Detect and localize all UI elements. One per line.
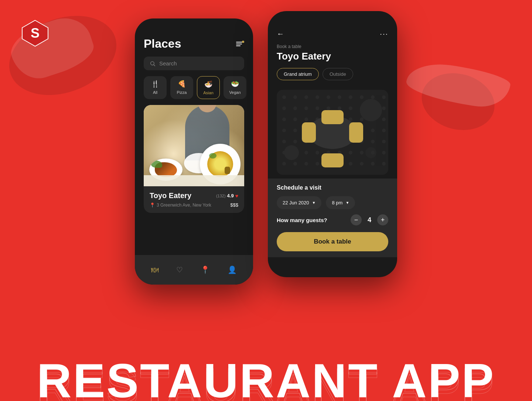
svg-point-40 bbox=[293, 140, 297, 143]
location-text: 3 Greenwich Ave, New York bbox=[157, 203, 211, 208]
svg-point-29 bbox=[360, 118, 364, 121]
svg-point-45 bbox=[382, 140, 386, 143]
svg-point-63 bbox=[360, 162, 364, 166]
svg-point-62 bbox=[349, 162, 352, 166]
asian-icon: 🍜 bbox=[204, 80, 212, 88]
restaurant-name: Toyo Eatery bbox=[150, 191, 191, 200]
guests-count: 4 bbox=[368, 216, 371, 224]
svg-point-31 bbox=[382, 118, 386, 121]
date-value: 22 Jun 2020 bbox=[283, 200, 309, 205]
increment-guests-button[interactable]: + bbox=[377, 214, 388, 225]
svg-point-52 bbox=[349, 151, 352, 154]
svg-point-13 bbox=[382, 95, 386, 99]
rating-area: (132) 4.9 ♥ bbox=[216, 193, 238, 199]
svg-point-49 bbox=[316, 151, 319, 154]
svg-text:S: S bbox=[31, 26, 40, 41]
vegan-icon: 🥗 bbox=[231, 80, 239, 88]
section-tabs: Grand atrium Outside bbox=[268, 68, 397, 86]
svg-point-5 bbox=[293, 95, 297, 99]
location-nav-icon: 📍 bbox=[201, 265, 210, 274]
location-pin-icon: 📍 bbox=[150, 203, 155, 208]
tab-grand-atrium[interactable]: Grand atrium bbox=[277, 68, 319, 80]
svg-point-56 bbox=[282, 162, 286, 166]
price-tag: $$$ bbox=[230, 202, 238, 208]
svg-rect-72 bbox=[302, 122, 316, 143]
guests-row: How many guests? − 4 + bbox=[277, 214, 388, 225]
svg-point-18 bbox=[327, 106, 330, 110]
date-dropdown-icon: ▼ bbox=[312, 201, 316, 205]
restaurant-card[interactable]: Toyo Eatery (132) 4.9 ♥ 📍 3 Greenwich Av… bbox=[144, 105, 244, 213]
svg-point-25 bbox=[293, 118, 297, 121]
home-icon: 🍽 bbox=[151, 266, 158, 274]
svg-point-12 bbox=[371, 95, 375, 99]
svg-rect-71 bbox=[321, 153, 344, 167]
svg-point-66 bbox=[360, 99, 382, 121]
bottom-title-wrapper: RESTAURANT APP bbox=[0, 301, 532, 401]
svg-point-4 bbox=[282, 95, 286, 99]
category-pizza-label: Pizza bbox=[177, 90, 187, 95]
categories-row: 🍴 All 🍕 Pizza 🍜 Asian 🥗 Vegan bbox=[135, 76, 253, 105]
svg-point-17 bbox=[316, 106, 319, 110]
search-icon bbox=[150, 61, 156, 67]
filter-icon[interactable] bbox=[236, 42, 244, 46]
svg-point-16 bbox=[304, 106, 308, 110]
nav-favorites[interactable]: ♡ bbox=[173, 262, 186, 277]
back-button[interactable]: ← bbox=[277, 30, 284, 38]
category-pizza[interactable]: 🍕 Pizza bbox=[170, 76, 193, 99]
heart-icon[interactable]: ♥ bbox=[235, 193, 238, 199]
logo: S bbox=[20, 18, 50, 50]
svg-point-7 bbox=[316, 95, 319, 99]
phone-1-places: Places Search 🍴 bbox=[135, 18, 253, 285]
svg-point-32 bbox=[282, 129, 286, 132]
svg-point-6 bbox=[304, 95, 308, 99]
search-bar[interactable]: Search bbox=[144, 57, 244, 70]
category-asian[interactable]: 🍜 Asian bbox=[197, 76, 220, 99]
tab-outside-label: Outside bbox=[330, 71, 346, 77]
category-asian-label: Asian bbox=[203, 91, 214, 95]
nav-location[interactable]: 📍 bbox=[198, 262, 213, 277]
table-visualization bbox=[277, 90, 388, 175]
svg-point-44 bbox=[371, 140, 375, 143]
time-value: 8 pm bbox=[332, 200, 342, 205]
svg-point-14 bbox=[282, 106, 286, 110]
tab-grand-atrium-label: Grand atrium bbox=[284, 71, 312, 77]
svg-point-68 bbox=[365, 147, 376, 158]
svg-point-33 bbox=[293, 129, 297, 132]
svg-point-19 bbox=[338, 106, 341, 110]
nav-home[interactable]: 🍽 bbox=[148, 263, 161, 277]
category-vegan[interactable]: 🥗 Vegan bbox=[224, 76, 246, 99]
svg-point-64 bbox=[371, 162, 375, 166]
svg-point-53 bbox=[360, 151, 364, 154]
date-picker[interactable]: 22 Jun 2020 ▼ bbox=[277, 196, 321, 209]
guests-label: How many guests? bbox=[277, 217, 327, 223]
nav-profile[interactable]: 👤 bbox=[225, 262, 240, 277]
book-subtitle: Book a table bbox=[268, 44, 397, 49]
phones-container: Places Search 🍴 bbox=[135, 11, 397, 285]
category-all[interactable]: 🍴 All bbox=[144, 76, 167, 99]
schedule-row: 22 Jun 2020 ▼ 8 pm ▼ bbox=[277, 196, 388, 209]
svg-point-9 bbox=[338, 95, 341, 99]
svg-point-39 bbox=[282, 140, 286, 143]
svg-point-11 bbox=[360, 95, 364, 99]
svg-point-48 bbox=[304, 151, 308, 154]
svg-point-55 bbox=[382, 151, 386, 154]
book-table-button[interactable]: Book a table bbox=[277, 232, 388, 251]
svg-point-38 bbox=[382, 129, 386, 132]
schedule-title: Schedule a visit bbox=[277, 184, 388, 191]
svg-point-26 bbox=[304, 118, 308, 121]
price-value: $$$ bbox=[230, 202, 238, 208]
tab-outside[interactable]: Outside bbox=[323, 68, 353, 80]
svg-point-15 bbox=[293, 106, 297, 110]
svg-rect-70 bbox=[321, 110, 344, 124]
bottom-title: RESTAURANT APP bbox=[37, 360, 495, 401]
more-options-icon[interactable]: ··· bbox=[380, 30, 388, 38]
bottom-nav: 🍽 ♡ 📍 👤 bbox=[135, 255, 253, 285]
rating-number: 4.9 bbox=[227, 193, 234, 198]
decrement-guests-button[interactable]: − bbox=[351, 214, 362, 225]
card-image bbox=[144, 105, 244, 186]
time-picker[interactable]: 8 pm ▼ bbox=[326, 196, 355, 209]
time-dropdown-icon: ▼ bbox=[345, 201, 349, 205]
phone-2-booking: ← ··· Book a table Toyo Eatery Grand atr… bbox=[268, 11, 397, 277]
svg-point-10 bbox=[349, 95, 352, 99]
places-title: Places bbox=[144, 37, 181, 51]
